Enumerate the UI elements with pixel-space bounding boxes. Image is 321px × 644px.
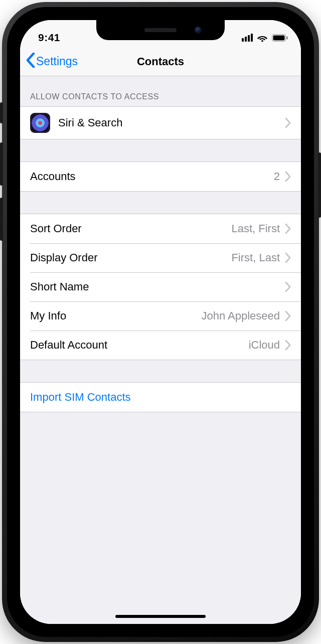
- chevron-right-icon: [285, 172, 291, 182]
- svg-rect-1: [273, 35, 285, 40]
- chevron-right-icon: [285, 224, 291, 234]
- notch: [96, 20, 225, 40]
- row-value: 2: [274, 170, 285, 183]
- row-sort-order[interactable]: Sort Order Last, First: [20, 214, 301, 243]
- group-accounts: Accounts 2: [20, 162, 301, 192]
- phone-inner-bezel: 9:41: [7, 7, 314, 637]
- row-label: Short Name: [30, 280, 89, 293]
- group-display-options: Sort Order Last, First Display Order Fir…: [20, 214, 301, 360]
- settings-content[interactable]: ALLOW CONTACTS TO ACCESS Siri & Search: [20, 76, 301, 624]
- svg-rect-2: [286, 36, 288, 39]
- row-siri-and-search[interactable]: Siri & Search: [20, 107, 301, 139]
- back-button[interactable]: Settings: [26, 53, 78, 71]
- power-button[interactable]: [318, 152, 321, 218]
- page-title: Contacts: [137, 55, 184, 68]
- mute-switch[interactable]: [0, 102, 3, 123]
- front-camera-icon: [195, 27, 202, 34]
- screen: 9:41: [20, 20, 301, 624]
- row-value: iCloud: [249, 339, 285, 352]
- row-value: John Appleseed: [201, 309, 285, 323]
- chevron-right-icon: [285, 311, 291, 321]
- navigation-bar: Settings Contacts: [20, 47, 301, 76]
- row-label: Sort Order: [30, 222, 82, 235]
- section-header-allow-access: ALLOW CONTACTS TO ACCESS: [20, 76, 301, 106]
- phone-frame: 9:41: [0, 0, 321, 644]
- row-label: Accounts: [30, 170, 76, 183]
- row-display-order[interactable]: Display Order First, Last: [20, 243, 301, 272]
- back-label: Settings: [36, 55, 78, 68]
- row-accounts[interactable]: Accounts 2: [20, 162, 301, 191]
- home-indicator[interactable]: [115, 615, 206, 618]
- row-label: My Info: [30, 309, 66, 323]
- row-value: First, Last: [231, 251, 285, 264]
- chevron-left-icon: [26, 53, 35, 71]
- status-indicators: [242, 34, 288, 42]
- siri-icon: [30, 113, 50, 133]
- group-siri: Siri & Search: [20, 106, 301, 139]
- row-default-account[interactable]: Default Account iCloud: [20, 331, 301, 360]
- earpiece-speaker: [144, 28, 177, 32]
- chevron-right-icon: [285, 282, 291, 292]
- wifi-icon: [257, 34, 268, 42]
- row-label: Siri & Search: [58, 116, 122, 129]
- row-label: Default Account: [30, 339, 107, 352]
- chevron-right-icon: [285, 253, 291, 263]
- row-label: Display Order: [30, 251, 97, 264]
- row-import-sim-contacts[interactable]: Import SIM Contacts: [20, 383, 301, 412]
- row-value: Last, First: [231, 222, 285, 235]
- group-import: Import SIM Contacts: [20, 382, 301, 412]
- chevron-right-icon: [285, 340, 291, 350]
- volume-down-button[interactable]: [0, 198, 3, 241]
- volume-up-button[interactable]: [0, 142, 3, 186]
- cellular-signal-icon: [242, 34, 253, 42]
- row-short-name[interactable]: Short Name: [20, 272, 301, 301]
- phone-outer-bezel: 9:41: [2, 2, 319, 642]
- row-my-info[interactable]: My Info John Appleseed: [20, 301, 301, 331]
- battery-icon: [272, 34, 288, 42]
- chevron-right-icon: [285, 118, 291, 128]
- row-label: Import SIM Contacts: [30, 391, 131, 404]
- status-time: 9:41: [38, 32, 60, 44]
